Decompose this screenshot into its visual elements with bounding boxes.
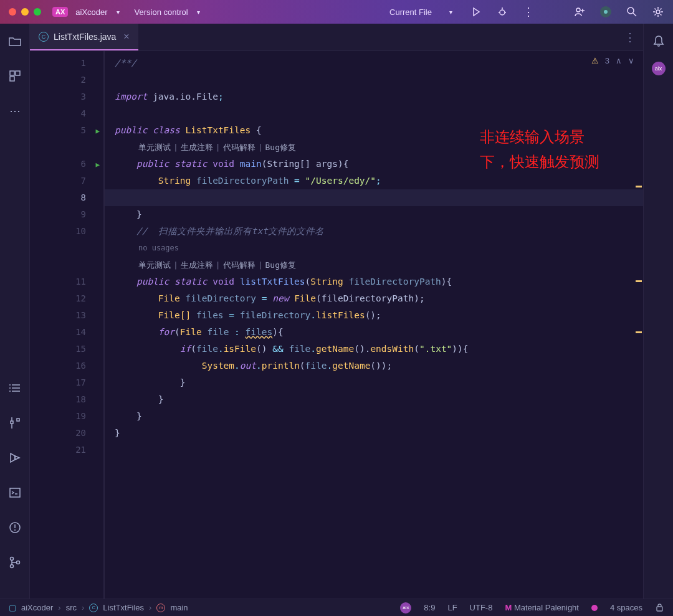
line-number[interactable]: 7 (30, 173, 103, 189)
theme-label[interactable]: M Material Palenight (505, 603, 579, 612)
method-icon: m (156, 604, 165, 612)
code-content[interactable]: /**/ import java.io.File; public class L… (105, 51, 643, 599)
debug-icon[interactable] (496, 6, 508, 18)
gear-icon[interactable] (652, 6, 664, 18)
chevron-down-icon[interactable]: ▾ (197, 9, 200, 16)
svg-point-9 (628, 7, 634, 14)
project-name[interactable]: aiXcoder (75, 7, 107, 17)
run-gutter-icon[interactable]: ▶ (95, 156, 100, 173)
close-tab-icon[interactable]: × (123, 31, 129, 42)
no-usages-hint: no usages (115, 240, 643, 257)
warning-icon: ⚠ (591, 56, 599, 65)
line-number[interactable]: 4 (30, 105, 103, 122)
titlebar: AX aiXcoder ▾ Version control ▾ Current … (0, 0, 673, 24)
main-area: ⋯ C ListTxtFiles.java × (0, 24, 673, 599)
line-number[interactable]: 8 (30, 189, 103, 206)
line-number[interactable]: 16 (30, 358, 103, 374)
chevron-down-icon[interactable]: ▾ (449, 9, 452, 16)
line-number[interactable]: 14 (30, 324, 103, 341)
git-icon[interactable] (7, 555, 22, 570)
statusbar: ▢ aiXcoder › src › C ListTxtFiles › m ma… (0, 599, 673, 616)
svg-point-28 (10, 557, 13, 561)
line-number[interactable]: 2 (30, 72, 103, 88)
list-icon[interactable] (7, 381, 22, 396)
minimize-window-icon[interactable] (21, 8, 29, 16)
add-user-icon[interactable] (573, 6, 586, 18)
encoding[interactable]: UTF-8 (470, 603, 493, 612)
project-icon[interactable] (7, 34, 22, 49)
svg-point-0 (500, 10, 505, 15)
line-number[interactable]: 20 (30, 425, 103, 442)
svg-point-11 (656, 10, 660, 14)
tabs-right-controls: ⋮ (624, 24, 643, 50)
breadcrumb[interactable]: ▢ aiXcoder › src › C ListTxtFiles › m ma… (9, 603, 188, 612)
breadcrumb-project[interactable]: aiXcoder (21, 603, 53, 612)
run-config-selector[interactable]: Current File (389, 7, 432, 17)
svg-point-4 (576, 8, 580, 12)
aix-panel-icon[interactable]: aix (651, 61, 666, 76)
notifications-icon[interactable] (651, 34, 666, 49)
line-number[interactable]: 1 (30, 55, 103, 72)
tab-label: ListTxtFiles.java (54, 32, 116, 42)
terminal-icon[interactable] (7, 485, 22, 500)
svg-rect-13 (16, 71, 20, 75)
cursor-position[interactable]: 8:9 (424, 603, 435, 612)
problems-icon[interactable] (7, 520, 22, 535)
avatar-icon[interactable] (599, 6, 612, 18)
line-number[interactable]: 18 (30, 391, 103, 408)
more-icon[interactable]: ⋮ (522, 6, 535, 18)
svg-point-20 (9, 391, 11, 392)
svg-point-8 (604, 10, 608, 14)
maximize-window-icon[interactable] (34, 8, 41, 16)
line-number[interactable]: 10 (30, 223, 103, 240)
inspection-badges[interactable]: ⚠ 3 ∧ ∨ (591, 56, 634, 65)
error-stripe[interactable] (636, 51, 642, 599)
gutter[interactable]: 1 2 3 4 5▶ 6▶ 7 8 9 10 11 12 13 14 15 16… (30, 51, 105, 599)
indent-settings[interactable]: 4 spaces (610, 603, 642, 612)
vcs-menu[interactable]: Version control (135, 7, 188, 17)
app-logo: AX (52, 7, 68, 17)
more-tab-options-icon[interactable]: ⋮ (624, 31, 636, 44)
prev-highlight-icon[interactable]: ∧ (616, 56, 622, 65)
breadcrumb-src[interactable]: src (66, 603, 77, 612)
chevron-right-icon: › (82, 603, 84, 612)
line-number[interactable]: 9 (30, 206, 103, 223)
code-editor[interactable]: ⚠ 3 ∧ ∨ 1 2 3 4 5▶ 6▶ 7 8 9 10 (30, 51, 643, 599)
line-number[interactable]: 19 (30, 408, 103, 425)
svg-rect-31 (657, 607, 662, 611)
breadcrumb-method[interactable]: main (170, 603, 188, 612)
theme-dot-icon[interactable] (591, 605, 598, 611)
line-number[interactable]: 3 (30, 88, 103, 105)
readonly-toggle-icon[interactable] (655, 603, 664, 612)
run-icon[interactable] (470, 6, 482, 18)
breadcrumb-class[interactable]: ListTxtFiles (103, 603, 144, 612)
search-icon[interactable] (626, 6, 638, 18)
svg-point-29 (10, 565, 13, 568)
warning-count: 3 (605, 56, 609, 65)
chevron-down-icon[interactable]: ▾ (117, 9, 120, 16)
line-ending[interactable]: LF (447, 603, 457, 612)
next-highlight-icon[interactable]: ∨ (628, 56, 634, 65)
ai-hint-row[interactable]: 单元测试|生成注释|代码解释|Bug修复 (115, 257, 643, 273)
file-tab[interactable]: C ListTxtFiles.java × (30, 24, 138, 50)
line-number[interactable]: 11 (30, 273, 103, 290)
right-toolbar: aix (643, 24, 673, 599)
line-number[interactable]: 6▶ (30, 156, 103, 173)
line-number[interactable]: 15 (30, 341, 103, 358)
more-tools-icon[interactable]: ⋯ (7, 103, 22, 118)
structure-icon[interactable] (7, 69, 22, 83)
build-icon[interactable] (7, 415, 22, 430)
aix-status-icon[interactable]: aix (400, 602, 411, 614)
svg-rect-12 (10, 71, 14, 75)
line-number[interactable]: 21 (30, 442, 103, 458)
svg-rect-14 (10, 77, 14, 81)
overlay-annotation: 非连续输入场景 下，快速触发预测 (480, 125, 599, 174)
run-tool-icon[interactable] (7, 450, 22, 465)
close-window-icon[interactable] (9, 8, 16, 16)
line-number[interactable]: 5▶ (30, 122, 103, 139)
line-number[interactable]: 17 (30, 374, 103, 391)
line-number[interactable]: 13 (30, 307, 103, 324)
line-number[interactable]: 12 (30, 290, 103, 307)
class-icon: C (89, 604, 98, 612)
run-gutter-icon[interactable]: ▶ (95, 122, 100, 139)
